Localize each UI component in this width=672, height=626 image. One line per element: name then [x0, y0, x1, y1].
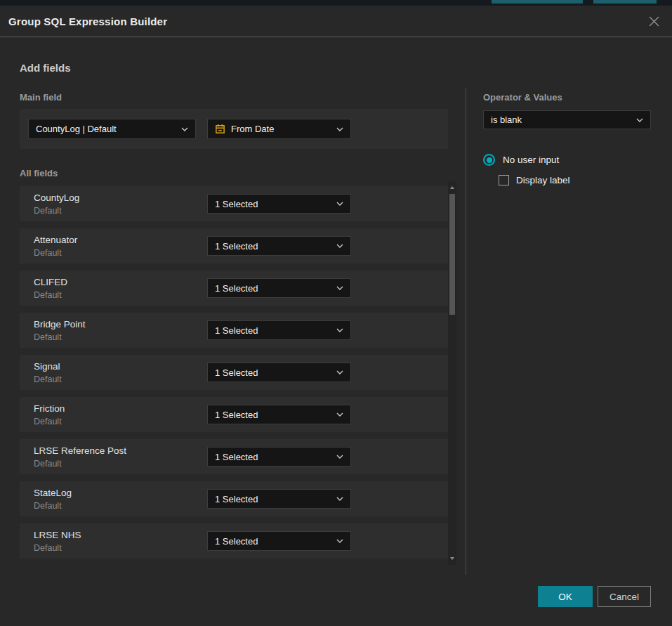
field-subtype: Default	[34, 248, 62, 258]
field-subtype: Default	[34, 290, 62, 300]
display-label-checkbox[interactable]: Display label	[499, 175, 570, 185]
background-fragment	[593, 0, 657, 4]
chevron-down-icon	[336, 127, 343, 131]
chevron-down-icon	[336, 412, 343, 417]
field-selected-dropdown[interactable]: 1 Selected	[207, 531, 351, 551]
group-sql-expression-builder-dialog: Group SQL Expression Builder Add fields …	[0, 6, 672, 626]
dialog-titlebar: Group SQL Expression Builder	[0, 6, 672, 37]
field-subtype: Default	[34, 206, 62, 216]
field-subtype: Default	[34, 543, 62, 553]
field-selected-value: 1 Selected	[215, 283, 258, 294]
radio-label: No user input	[503, 155, 559, 165]
cancel-button[interactable]: Cancel	[598, 586, 651, 607]
background-app-strip	[0, 0, 672, 6]
field-row: Friction Default 1 Selected	[20, 397, 448, 432]
close-icon	[648, 15, 660, 27]
field-name: Attenuator	[34, 235, 77, 245]
scrollbar-down-arrow-icon[interactable]	[450, 557, 454, 560]
main-field-panel: CountyLog | Default From Date	[20, 109, 448, 149]
chevron-down-icon	[336, 286, 343, 290]
field-subtype: Default	[34, 459, 62, 469]
no-user-input-radio[interactable]: No user input	[483, 154, 559, 166]
main-field-label: Main field	[20, 92, 62, 103]
field-selected-value: 1 Selected	[215, 241, 258, 252]
scrollbar-thumb[interactable]	[449, 194, 455, 315]
field-dropdown-value: From Date	[231, 124, 274, 134]
chevron-down-icon	[636, 118, 643, 122]
dialog-title: Group SQL Expression Builder	[8, 15, 167, 27]
field-name: CountyLog	[34, 193, 79, 203]
field-subtype: Default	[34, 332, 62, 342]
field-selected-value: 1 Selected	[215, 367, 258, 378]
checkbox-unchecked-icon	[499, 175, 509, 185]
field-selected-value: 1 Selected	[215, 410, 258, 420]
chevron-down-icon	[336, 370, 343, 374]
field-row: LRSE NHS Default 1 Selected	[20, 523, 448, 559]
calendar-icon	[215, 124, 225, 134]
list-scrollbar[interactable]	[448, 181, 456, 565]
ok-button[interactable]: OK	[538, 586, 593, 607]
scrollbar-up-arrow-icon[interactable]	[450, 186, 454, 189]
chevron-down-icon	[336, 455, 343, 459]
chevron-down-icon	[336, 328, 343, 332]
field-subtype: Default	[34, 501, 62, 511]
field-row: LRSE Reference Post Default 1 Selected	[20, 439, 448, 474]
field-selected-value: 1 Selected	[215, 452, 258, 462]
all-fields-label: All fields	[20, 168, 58, 178]
field-selected-value: 1 Selected	[215, 199, 258, 209]
field-name: CLIFED	[34, 277, 67, 287]
chevron-down-icon	[336, 202, 343, 206]
radio-selected-icon	[483, 154, 495, 166]
field-selected-value: 1 Selected	[215, 325, 258, 336]
chevron-down-icon	[336, 244, 343, 248]
field-name: StateLog	[34, 488, 72, 498]
operator-dropdown-value: is blank	[491, 115, 522, 125]
field-selected-dropdown[interactable]: 1 Selected	[207, 363, 351, 382]
field-selected-dropdown[interactable]: 1 Selected	[207, 489, 351, 509]
field-row: StateLog Default 1 Selected	[20, 481, 448, 516]
field-selected-dropdown[interactable]: 1 Selected	[207, 405, 351, 424]
background-fragment	[492, 0, 583, 4]
field-row: Attenuator Default 1 Selected	[20, 228, 448, 263]
field-selected-dropdown[interactable]: 1 Selected	[207, 236, 351, 256]
operator-values-label: Operator & Values	[483, 92, 562, 103]
field-dropdown[interactable]: From Date	[207, 119, 351, 139]
field-selected-dropdown[interactable]: 1 Selected	[207, 320, 351, 340]
chevron-down-icon	[336, 539, 343, 543]
field-row: Bridge Point Default 1 Selected	[20, 313, 448, 348]
field-name: Bridge Point	[34, 319, 86, 330]
all-fields-list: CountyLog Default 1 Selected Attenuator …	[20, 186, 448, 566]
field-name: LRSE Reference Post	[34, 445, 126, 456]
vertical-divider	[466, 88, 466, 575]
field-row: Signal Default 1 Selected	[20, 355, 448, 390]
field-selected-dropdown[interactable]: 1 Selected	[207, 447, 351, 467]
field-selected-value: 1 Selected	[215, 494, 258, 504]
layer-dropdown-value: CountyLog | Default	[36, 124, 117, 134]
field-row: CountyLog Default 1 Selected	[20, 186, 448, 221]
section-title-add-fields: Add fields	[20, 62, 71, 74]
field-name: Friction	[34, 403, 65, 414]
field-subtype: Default	[34, 374, 62, 384]
checkbox-label: Display label	[516, 175, 570, 185]
chevron-down-icon	[336, 497, 343, 501]
field-selected-dropdown[interactable]: 1 Selected	[207, 278, 351, 298]
chevron-down-icon	[181, 127, 188, 131]
operator-dropdown[interactable]: is blank	[483, 110, 651, 129]
field-selected-value: 1 Selected	[215, 536, 258, 547]
field-row: CLIFED Default 1 Selected	[20, 270, 448, 306]
field-name: LRSE NHS	[34, 530, 81, 540]
field-selected-dropdown[interactable]: 1 Selected	[207, 194, 351, 214]
field-subtype: Default	[34, 417, 62, 426]
layer-dropdown[interactable]: CountyLog | Default	[28, 119, 196, 139]
close-button[interactable]	[645, 13, 662, 30]
field-name: Signal	[34, 361, 60, 372]
